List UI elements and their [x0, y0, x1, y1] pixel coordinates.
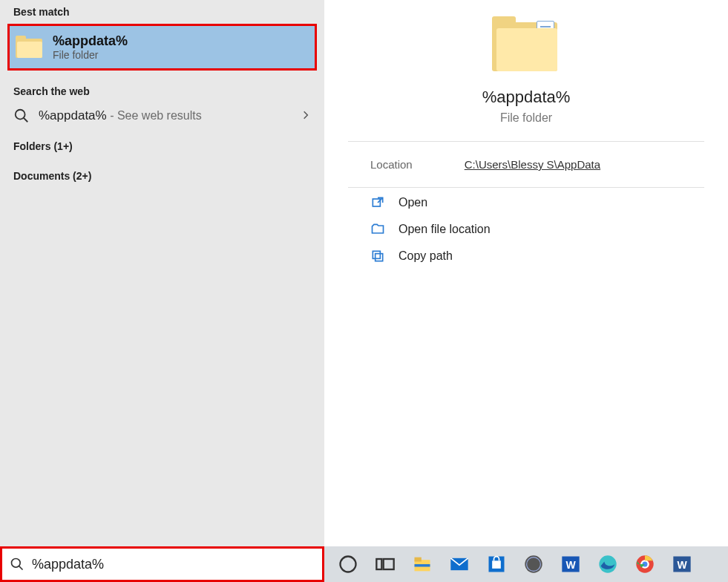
dell-icon[interactable]	[523, 554, 544, 575]
documents-category[interactable]: Documents (2+)	[0, 161, 324, 191]
search-results-panel: Best match %appdata% File folder Search …	[0, 0, 324, 546]
svg-point-21	[599, 555, 616, 572]
open-icon	[370, 195, 385, 210]
svg-rect-5	[373, 251, 380, 258]
file-explorer-icon[interactable]	[412, 554, 433, 575]
svg-point-8	[341, 557, 356, 572]
svg-point-6	[12, 559, 21, 568]
best-match-title: %appdata%	[53, 33, 128, 49]
svg-rect-2	[373, 199, 380, 206]
taskbar: W W	[324, 546, 728, 582]
folders-category[interactable]: Folders (1+)	[0, 131, 324, 161]
svg-rect-10	[384, 559, 394, 569]
copy-path-label: Copy path	[399, 249, 453, 263]
svg-text:W: W	[565, 559, 576, 571]
best-match-result[interactable]: %appdata% File folder	[7, 24, 317, 71]
web-result-text: %appdata% - See web results	[39, 108, 292, 123]
svg-text:W: W	[677, 559, 687, 571]
store-icon[interactable]	[486, 554, 507, 575]
svg-point-0	[16, 110, 25, 120]
svg-rect-9	[376, 559, 381, 569]
best-match-subtitle: File folder	[53, 49, 128, 61]
edge-icon[interactable]	[597, 554, 618, 575]
search-icon	[10, 557, 24, 572]
open-location-label: Open file location	[399, 223, 491, 236]
best-match-heading: Best match	[0, 0, 324, 22]
task-view-icon[interactable]	[375, 554, 396, 575]
svg-point-17	[525, 555, 542, 572]
cortana-icon[interactable]	[338, 554, 358, 575]
open-file-location-action[interactable]: Open file location	[370, 222, 703, 237]
web-search-result[interactable]: %appdata% - See web results	[0, 100, 324, 131]
preview-title: %appdata%	[482, 88, 571, 107]
location-label: Location	[370, 158, 413, 171]
open-label: Open	[399, 196, 427, 209]
open-action[interactable]: Open	[370, 195, 703, 210]
svg-rect-12	[415, 558, 422, 562]
chevron-right-icon	[301, 108, 311, 124]
word-alt-icon[interactable]: W	[560, 554, 581, 575]
search-web-heading: Search the web	[0, 75, 324, 100]
chrome-icon[interactable]	[634, 554, 655, 575]
word-icon[interactable]: W	[672, 554, 692, 575]
copy-path-action[interactable]: Copy path	[370, 249, 703, 264]
taskbar-row: W W	[0, 546, 728, 582]
search-input[interactable]	[32, 557, 315, 572]
preview-subtitle: File folder	[500, 111, 552, 125]
folder-icon	[16, 36, 44, 59]
svg-line-7	[19, 566, 23, 570]
folder-open-icon	[370, 222, 385, 237]
svg-line-1	[24, 118, 28, 122]
preview-panel: %appdata% File folder Location C:\Users\…	[324, 0, 728, 546]
search-box[interactable]	[0, 546, 324, 582]
folder-icon	[492, 16, 560, 74]
mail-icon[interactable]	[449, 554, 470, 575]
location-path[interactable]: C:\Users\Blessy S\AppData	[465, 158, 600, 171]
search-icon	[13, 108, 30, 124]
svg-rect-16	[492, 560, 501, 569]
svg-rect-4	[376, 254, 383, 261]
svg-rect-13	[415, 564, 430, 567]
copy-icon	[370, 249, 385, 264]
